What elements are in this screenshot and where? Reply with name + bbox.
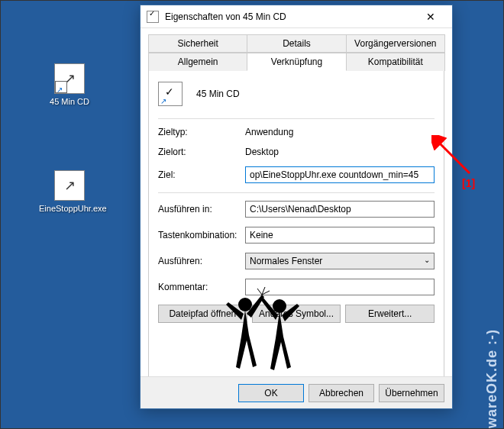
desktop-icon-label: 45 Min CD — [39, 97, 100, 106]
tab-content: 45 Min CD Zieltyp: Anwendung Zielort: De… — [148, 70, 444, 391]
desktop-icon-shortcut[interactable]: ↗ 45 Min CD — [39, 63, 100, 106]
shortcut-icon: ↗ — [54, 63, 85, 94]
divider — [158, 192, 435, 193]
window-icon — [147, 11, 159, 23]
tasten-label: Tastenkombination: — [158, 230, 245, 240]
desktop-icon-label: EineStoppUhr.exe — [39, 204, 100, 213]
erweitert-button[interactable]: Erweitert... — [345, 305, 435, 323]
chevron-down-icon: ⌄ — [424, 256, 430, 266]
ausfuehren-select[interactable]: Normales Fenster ⌄ — [245, 253, 435, 269]
select-value: Normales Fenster — [250, 256, 322, 266]
kommentar-input[interactable] — [245, 279, 435, 295]
uebernehmen-button[interactable]: Übernehmen — [379, 384, 444, 402]
tab-kompatibilitaet[interactable]: Kompatibilität — [346, 53, 445, 71]
tasten-input[interactable] — [245, 227, 435, 244]
ausfuehren-label: Ausführen: — [158, 256, 245, 266]
zieltyp-value: Anwendung — [245, 127, 435, 137]
exe-icon: ↗ — [54, 170, 85, 201]
window-title: Eigenschaften von 45 Min CD — [165, 11, 415, 22]
ok-button[interactable]: OK — [238, 384, 304, 402]
dateipfad-button[interactable]: Dateipfad öffnen — [158, 305, 247, 323]
zielort-label: Zielort: — [158, 147, 245, 157]
watermark: www.SoftwareOK.de :-) — [484, 329, 500, 429]
titlebar: Eigenschaften von 45 Min CD ✕ — [141, 5, 452, 28]
kommentar-label: Kommentar: — [158, 282, 245, 292]
shortcut-name: 45 Min CD — [196, 89, 240, 99]
properties-dialog: Eigenschaften von 45 Min CD ✕ Sicherheit… — [140, 5, 453, 409]
tab-details[interactable]: Details — [247, 34, 346, 53]
zieltyp-label: Zieltyp: — [158, 127, 245, 137]
tab-vorgaengerversionen[interactable]: Vorgängerversionen — [346, 34, 445, 53]
annotation-marker: [1] — [462, 177, 475, 189]
desktop-icon-exe[interactable]: ↗ EineStoppUhr.exe — [39, 170, 100, 213]
tab-allgemein[interactable]: Allgemein — [148, 53, 247, 71]
close-button[interactable]: ✕ — [415, 6, 446, 27]
ausfuehren-in-label: Ausführen in: — [158, 204, 245, 214]
anderes-symbol-button[interactable]: Anderes Symbol... — [252, 305, 341, 323]
tabs: Sicherheit Details Vorgängerversionen Al… — [141, 28, 452, 71]
tab-verknuepfung[interactable]: Verknüpfung — [247, 53, 346, 71]
dialog-footer: OK Abbrechen Übernehmen — [141, 376, 452, 408]
ziel-input[interactable] — [245, 166, 435, 183]
tab-sicherheit[interactable]: Sicherheit — [148, 34, 247, 53]
zielort-value: Desktop — [245, 147, 435, 157]
ausfuehren-in-input[interactable] — [245, 201, 435, 218]
divider — [158, 118, 435, 119]
abbrechen-button[interactable]: Abbrechen — [309, 384, 374, 402]
shortcut-large-icon — [158, 82, 183, 106]
ziel-label: Ziel: — [158, 169, 245, 180]
